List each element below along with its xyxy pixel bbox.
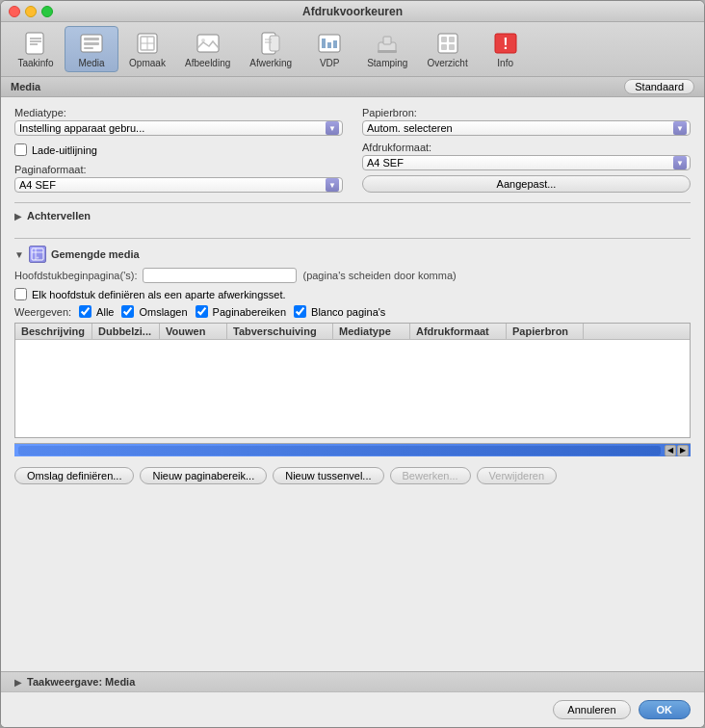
weergeven-paginabereiken-label: Paginabereiken [213,306,286,318]
info-icon: ! [492,30,519,57]
achtervellen-section: ▶ Achtervellen [14,202,691,224]
mixed-media-content: Hoofdstukbeginpagina('s): (pagina's sche… [14,268,691,490]
hoofdstuk-input[interactable] [143,268,297,283]
toolbar-item-overzicht[interactable]: Overzicht [418,26,476,72]
lade-uitlijning-label: Lade-uitlijning [32,144,97,156]
toolbar-item-afbeelding[interactable]: Afbeelding [176,26,239,72]
papierbron-arrow-icon: ▼ [673,121,687,135]
toolbar-item-media[interactable]: Media [65,26,118,72]
toolbar-item-afwerking[interactable]: Afwerking [241,26,300,72]
col-vouwen: Vouwen [160,324,227,339]
papierbron-select-wrapper[interactable]: Autom. selecteren ▼ [362,120,691,136]
elk-hoofdstuk-checkbox[interactable] [14,288,27,300]
scroll-left-button[interactable]: ◀ [665,445,676,456]
col-mediatype: Mediatype [333,324,410,339]
toolbar-item-vdp[interactable]: VDP [302,26,356,72]
toolbar-item-info[interactable]: ! Info [479,26,533,72]
vdp-label: VDP [320,58,340,68]
footer: Annuleren OK [1,691,704,727]
taakweergave-triangle-icon: ▶ [14,677,22,688]
col-tabverschuiving: Tabverschuiving [227,324,333,339]
weergeven-row: Weergeven: Alle Omslagen Paginabereiken [14,305,691,318]
svg-rect-25 [438,34,457,53]
mediatype-label: Mediatype: [14,107,343,118]
mediatype-group: Mediatype: Instelling apparaat gebru... … [14,107,343,136]
main-content: Mediatype: Instelling apparaat gebru... … [1,97,704,727]
section-bar: Media Standaard [1,77,704,97]
toolbar-item-taakinfo[interactable]: Taakinfo [9,26,63,72]
papierbron-select[interactable]: Autom. selecteren [367,122,511,134]
standaard-button[interactable]: Standaard [624,79,694,94]
svg-rect-29 [449,44,455,50]
col-beschrijving: Beschrijving [15,324,92,339]
taakweergave-header[interactable]: ▶ Taakweergave: Media [14,676,691,688]
media-table: Beschrijving Dubbelzi... Vouwen Tabversc… [14,323,691,438]
afdrukformaat-label: Afdrukformaat: [362,142,691,153]
nieuw-tussenvel-button[interactable]: Nieuw tussenvel... [273,467,383,484]
nieuw-paginabereik-button[interactable]: Nieuw paginabereik... [140,467,267,484]
toolbar-item-stamping[interactable]: Stamping [358,26,416,72]
lade-uitlijning-row: Lade-uitlijning [14,143,343,156]
weergeven-paginabereiken-checkbox[interactable] [196,305,208,318]
table-body [15,340,690,436]
omslag-definieren-button[interactable]: Omslag definiëren... [14,467,134,484]
bewerken-button[interactable]: Bewerken... [390,467,471,484]
weergeven-omslagen: Omslagen [121,305,187,318]
afwerking-label: Afwerking [249,58,292,68]
stamping-label: Stamping [367,58,407,68]
ok-button[interactable]: OK [639,700,692,719]
svg-rect-7 [84,47,93,49]
afdrukformaat-group: Afdrukformaat: A4 SEF ▼ Aangepast... [362,142,691,193]
scroll-right-button[interactable]: ▶ [677,445,689,456]
vdp-icon [316,30,343,57]
svg-rect-6 [84,42,99,45]
gemengde-media-icon: + [29,246,46,263]
svg-rect-19 [322,39,326,48]
weergeven-omslagen-checkbox[interactable] [121,305,134,318]
svg-rect-27 [449,37,455,42]
main-fields-row: Mediatype: Instelling apparaat gebru... … [14,107,691,193]
afbeelding-icon [195,30,222,57]
right-col: Papierbron: Autom. selecteren ▼ Afdrukfo… [362,107,691,193]
gemengde-media-header[interactable]: ▼ + Gemengde media [14,243,691,266]
weergeven-blanco: Blanco pagina's [294,305,385,318]
gemengde-media-label: Gemengde media [51,248,140,260]
annuleren-button[interactable]: Annuleren [553,700,630,719]
mediatype-arrow-icon: ▼ [326,121,339,135]
svg-text:+: + [36,254,39,260]
col-papierbron: Papierbron [507,324,584,339]
minimize-button[interactable] [25,6,37,17]
mediatype-select-wrapper[interactable]: Instelling apparaat gebru... ▼ [14,120,343,136]
table-scrollbar[interactable]: ◀ ▶ [14,443,691,456]
paginaformaat-select-wrapper[interactable]: A4 SEF ▼ [14,177,343,193]
lade-uitlijning-checkbox[interactable] [14,143,27,156]
afdrukformaat-select[interactable]: A4 SEF [367,157,511,169]
scrollbar-track[interactable] [18,446,661,455]
afwerking-icon [257,30,284,57]
elk-hoofdstuk-label: Elk hoofdstuk definiëren als een aparte … [32,289,286,300]
achtervellen-header[interactable]: ▶ Achtervellen [14,207,691,224]
svg-rect-0 [26,33,43,54]
opmaak-icon [134,30,161,57]
svg-rect-5 [84,38,99,40]
toolbar-item-opmaak[interactable]: Opmaak [120,26,174,72]
mediatype-select[interactable]: Instelling apparaat gebru... [19,122,164,134]
weergeven-label: Weergeven: [14,306,71,318]
maximize-button[interactable] [41,6,53,17]
close-button[interactable] [9,6,20,17]
svg-rect-23 [383,37,391,44]
verwijderen-button[interactable]: Verwijderen [477,467,557,484]
window-title: Afdrukvoorkeuren [302,5,403,18]
paginaformaat-select[interactable]: A4 SEF [19,179,164,191]
afdrukformaat-arrow-icon: ▼ [673,156,687,169]
svg-rect-26 [441,37,447,42]
hoofdstuk-label: Hoofdstukbeginpagina('s): [14,270,137,281]
info-label: Info [497,58,513,68]
weergeven-alle-checkbox[interactable] [79,305,91,318]
afdrukformaat-select-wrapper[interactable]: A4 SEF ▼ [362,155,691,170]
col-afdrukformaat: Afdrukformaat [410,324,507,339]
aangepast-button[interactable]: Aangepast... [362,175,691,193]
svg-rect-20 [327,42,331,48]
weergeven-blanco-checkbox[interactable] [294,305,306,318]
main-window: Afdrukvoorkeuren Taakinfo [0,0,705,728]
